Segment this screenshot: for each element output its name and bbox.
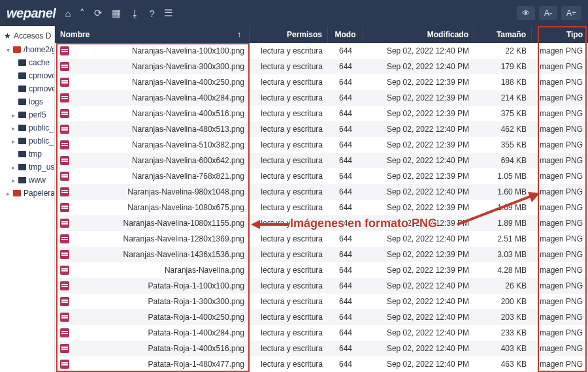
table-row[interactable]: Naranjas-Navelina-1280x1369.pnglectura y… <box>55 231 588 247</box>
file-size: 179 KB <box>474 59 532 74</box>
help-icon[interactable]: ? <box>149 8 154 19</box>
table-row[interactable]: Patata-Roja-1-480x477.pnglectura y escri… <box>55 356 588 372</box>
table-row[interactable]: Naranjas-Navelina-300x300.pnglectura y e… <box>55 59 588 74</box>
table-row[interactable]: Patata-Roja-1-400x284.pnglectura y escri… <box>55 325 588 341</box>
file-type: Imagen PNG <box>532 106 588 121</box>
up-icon[interactable]: ˄ <box>80 7 85 19</box>
file-name: Naranjas-Navelina-400x250.png <box>132 78 244 87</box>
table-row[interactable]: Patata-Roja-1-400x516.pnglectura y escri… <box>55 341 588 356</box>
tree-item-label: public_h <box>29 136 54 146</box>
file-permissions: lectura y escritura <box>250 184 328 200</box>
file-name: Patata-Roja-1-400x250.png <box>148 313 244 322</box>
font-decrease-button[interactable]: A- <box>539 6 557 20</box>
tree-item[interactable]: ▸public_h <box>0 134 54 147</box>
col-name[interactable]: Nombre ↑ <box>55 26 250 43</box>
file-mode: 644 <box>328 247 363 262</box>
image-file-icon <box>60 125 69 134</box>
tree-item[interactable]: ▸Papelera <box>0 187 54 200</box>
file-size: 1.09 MB <box>474 200 532 215</box>
download-icon[interactable]: ⭳ <box>130 8 140 19</box>
file-type: Imagen PNG <box>532 294 588 309</box>
file-modified: Sep 02, 2022 12:40 PM <box>363 309 474 325</box>
tree-item[interactable]: cpmove <box>0 69 54 82</box>
file-permissions: lectura y escritura <box>250 137 328 153</box>
tree-item-label: tmp_use <box>29 163 54 172</box>
col-mode[interactable]: Modo <box>328 26 363 43</box>
file-type: Imagen PNG <box>532 309 588 325</box>
tree-item[interactable]: logs <box>0 95 54 108</box>
file-size: 3.03 MB <box>474 247 532 262</box>
tree-item-label: tmp <box>29 149 42 159</box>
folder-icon <box>18 59 26 66</box>
table-row[interactable]: Naranjas-Navelina-1080x675.pnglectura y … <box>55 200 588 215</box>
eye-toggle-button[interactable]: 👁 <box>517 6 535 20</box>
caret-icon: ▸ <box>10 112 16 119</box>
table-row[interactable]: Naranjas-Navelina-400x284.pnglectura y e… <box>55 90 588 106</box>
file-type: Imagen PNG <box>532 278 588 294</box>
table-row[interactable]: Patata-Roja-1-100x100.pnglectura y escri… <box>55 278 588 294</box>
folder-icon <box>13 190 21 196</box>
file-modified: Sep 02, 2022 12:40 PM <box>363 43 474 59</box>
file-mode: 644 <box>328 137 363 153</box>
font-increase-button[interactable]: A+ <box>561 6 581 20</box>
reload-icon[interactable]: ⟳ <box>94 7 103 19</box>
tree-item[interactable]: tmp <box>0 147 54 161</box>
col-size[interactable]: Tamaño <box>474 26 532 43</box>
col-permissions[interactable]: Permisos <box>250 26 328 43</box>
tree-item[interactable]: cache <box>0 56 54 69</box>
sidebar-favorites-header[interactable]: Accesos D <box>0 29 54 43</box>
home-icon[interactable]: ⌂ <box>65 8 71 19</box>
file-permissions: lectura y escritura <box>250 231 328 247</box>
file-modified: Sep 02, 2022 12:40 PM <box>363 59 474 74</box>
table-row[interactable]: Naranjas-Navelina-510x382.pnglectura y e… <box>55 137 588 153</box>
tree-item[interactable]: ▸public_f <box>0 121 54 134</box>
tree-item[interactable]: ▸tmp_use <box>0 161 54 174</box>
file-name: Naranjas-Navelina-300x300.png <box>132 62 244 71</box>
table-row[interactable]: Naranjas-Navelina.pnglectura y escritura… <box>55 262 588 278</box>
table-row[interactable]: Naranjas-Navelina-480x513.pnglectura y e… <box>55 121 588 137</box>
tree-item[interactable]: ▸www <box>0 174 54 187</box>
table-row[interactable]: Naranjas-Navelina-1080x1155.pnglectura y… <box>55 215 588 231</box>
file-permissions: lectura y escritura <box>250 168 328 184</box>
col-type[interactable]: Tipo <box>532 26 588 43</box>
file-size: 463 KB <box>474 356 532 372</box>
settings-icon[interactable]: ☰ <box>164 7 172 19</box>
tree-item-label: /home2/g <box>24 45 54 54</box>
file-permissions: lectura y escritura <box>250 215 328 231</box>
table-row[interactable]: Patata-Roja-1-400x250.pnglectura y escri… <box>55 309 588 325</box>
file-name: Naranjas-Navelina-100x100.png <box>132 46 244 55</box>
file-type: Imagen PNG <box>532 59 588 74</box>
tree-item[interactable]: ▸perl5 <box>0 108 54 121</box>
sidebar: Accesos D ▾/home2/gcachecpmovecpmove.log… <box>0 26 55 372</box>
file-modified: Sep 02, 2022 12:39 PM <box>363 168 474 184</box>
top-toolbar: wepanel ⌂ ˄ ⟳ ▦ ⭳ ? ☰ 👁 A- A+ <box>0 0 588 26</box>
table-row[interactable]: Naranjas-Navelina-400x250.pnglectura y e… <box>55 74 588 90</box>
file-modified: Sep 02, 2022 12:39 PM <box>363 106 474 121</box>
table-row[interactable]: Naranjas-Navelina-100x100.pnglectura y e… <box>55 43 588 59</box>
file-permissions: lectura y escritura <box>250 278 328 294</box>
file-permissions: lectura y escritura <box>250 121 328 137</box>
table-row[interactable]: Patata-Roja-1-300x300.pnglectura y escri… <box>55 294 588 309</box>
tree-item[interactable]: ▾/home2/g <box>0 43 54 56</box>
file-mode: 644 <box>328 153 363 168</box>
file-permissions: lectura y escritura <box>250 294 328 309</box>
table-row[interactable]: Naranjas-Navelina-980x1048.pnglectura y … <box>55 184 588 200</box>
file-permissions: lectura y escritura <box>250 262 328 278</box>
image-file-icon <box>60 219 69 228</box>
file-permissions: lectura y escritura <box>250 153 328 168</box>
file-size: 694 KB <box>474 153 532 168</box>
table-row[interactable]: Naranjas-Navelina-400x516.pnglectura y e… <box>55 106 588 121</box>
sort-asc-icon: ↑ <box>237 30 244 39</box>
file-name: Patata-Roja-1-400x516.png <box>148 344 244 353</box>
table-row[interactable]: Naranjas-Navelina-1436x1536.pnglectura y… <box>55 247 588 262</box>
table-row[interactable]: Naranjas-Navelina-768x821.pnglectura y e… <box>55 168 588 184</box>
caret-icon: ▸ <box>10 138 16 145</box>
col-modified[interactable]: Modificado <box>363 26 474 43</box>
table-row[interactable]: Naranjas-Navelina-600x642.pnglectura y e… <box>55 153 588 168</box>
file-modified: Sep 02, 2022 12:40 PM <box>363 153 474 168</box>
file-name: Naranjas-Navelina-1080x1155.png <box>123 219 244 228</box>
folder-icon <box>18 72 26 79</box>
grid-icon[interactable]: ▦ <box>112 7 121 19</box>
file-modified: Sep 02, 2022 12:39 PM <box>363 200 474 215</box>
tree-item[interactable]: cpmove. <box>0 82 54 95</box>
